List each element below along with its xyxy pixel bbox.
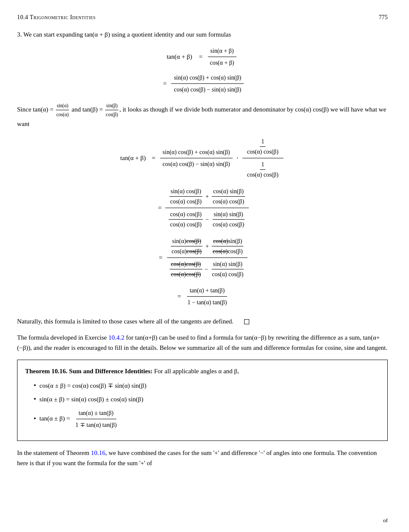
theorem-ref-link[interactable]: 10.16 [91,449,105,456]
theorem-title: Theorem 10.16. Sum and Difference Identi… [25,368,153,375]
paragraph1: Since tan(α) = sin(α)cos(α) and tan(β) =… [17,102,388,129]
proof-end-symbol [244,319,249,324]
theorem-list: cos(α ± β) = cos(α) cos(β) ∓ sin(α) sin(… [25,380,380,430]
deriv-line-2: = sin(α) cos(β) cos(α) cos(β) + cos(α) s… [155,186,250,230]
chapter-title: 10.4 Trigonometric Identities [17,13,95,22]
theorem-item-tan: tan(α ± β) = tan(α) ± tan(β) 1 ∓ tan(α) … [34,408,380,430]
page-bottom: of [383,516,388,525]
math-block-1: tan(α + β) = sin(α + β) cos(α + β) = sin… [17,44,388,97]
exercise-link[interactable]: 10.4.2 [109,334,125,341]
math-derivation: tan(α + β) = sin(α) cos(β) + cos(α) sin(… [17,134,388,309]
deriv-line-3: = sin(α)cos(β) cos(α)cos(β) + cos(α)sin(… [156,235,250,280]
theorem-item-sin: sin(α ± β) = sin(α) cos(β) ± cos(α) sin(… [34,394,380,404]
naturally-text: Naturally, this formula is limited to th… [17,316,388,326]
math-line-2: = sin(α) cos(β) + cos(α) sin(β) cos(α) c… [160,72,245,95]
deriv-line-4: = tan(α) + tan(β) 1 − tan(α) tan(β) [174,285,230,308]
exercise-paragraph: The formula developed in Exercise 10.4.2… [17,332,388,353]
deriv-line-1: tan(α + β) = sin(α) cos(β) + cos(α) sin(… [120,136,284,180]
theorem-box: Theorem 10.16. Sum and Difference Identi… [17,360,388,441]
theorem-item-cos: cos(α ± β) = cos(α) cos(β) ∓ sin(α) sin(… [34,380,380,391]
page-header: 10.4 Trigonometric Identities 775 [17,13,388,22]
page-number: 775 [379,13,388,22]
theorem-intro: For all applicable angles α and β, [154,368,239,375]
theorem-header: Theorem 10.16. Sum and Difference Identi… [25,366,380,376]
math-line-1: tan(α + β) = sin(α + β) cos(α + β) [167,46,238,68]
footer-paragraph: In the statement of Theorem 10.16, we ha… [17,448,388,468]
section3-intro: 3. We can start expanding tan(α + β) usi… [17,29,388,40]
page-of-text: of [383,517,388,523]
